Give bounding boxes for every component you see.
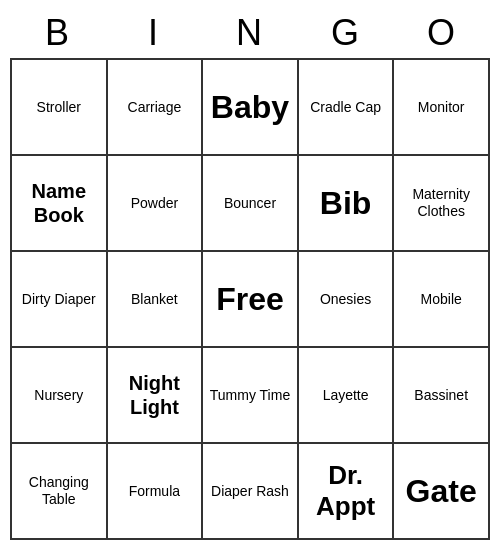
bingo-cell: Bouncer <box>203 156 299 252</box>
bingo-cell: Tummy Time <box>203 348 299 444</box>
bingo-cell: Nursery <box>12 348 108 444</box>
bingo-header: BINGO <box>10 8 490 58</box>
header-letter: N <box>202 8 298 58</box>
bingo-cell: Dirty Diaper <box>12 252 108 348</box>
bingo-grid: StrollerCarriageBabyCradle CapMonitorNam… <box>10 58 490 540</box>
bingo-cell: Blanket <box>108 252 204 348</box>
bingo-cell: Changing Table <box>12 444 108 540</box>
header-letter: I <box>106 8 202 58</box>
bingo-cell: Powder <box>108 156 204 252</box>
bingo-card: BINGO StrollerCarriageBabyCradle CapMoni… <box>10 8 490 540</box>
bingo-cell: Stroller <box>12 60 108 156</box>
bingo-cell: Baby <box>203 60 299 156</box>
bingo-cell: Carriage <box>108 60 204 156</box>
bingo-cell: Dr. Appt <box>299 444 395 540</box>
header-letter: G <box>298 8 394 58</box>
bingo-cell: Night Light <box>108 348 204 444</box>
bingo-cell: Layette <box>299 348 395 444</box>
bingo-cell: Cradle Cap <box>299 60 395 156</box>
header-letter: O <box>394 8 490 58</box>
bingo-cell: Gate <box>394 444 490 540</box>
bingo-cell: Mobile <box>394 252 490 348</box>
header-letter: B <box>10 8 106 58</box>
bingo-cell: Free <box>203 252 299 348</box>
bingo-cell: Diaper Rash <box>203 444 299 540</box>
bingo-cell: Onesies <box>299 252 395 348</box>
bingo-cell: Name Book <box>12 156 108 252</box>
bingo-cell: Bassinet <box>394 348 490 444</box>
bingo-cell: Formula <box>108 444 204 540</box>
bingo-cell: Maternity Clothes <box>394 156 490 252</box>
bingo-cell: Bib <box>299 156 395 252</box>
bingo-cell: Monitor <box>394 60 490 156</box>
